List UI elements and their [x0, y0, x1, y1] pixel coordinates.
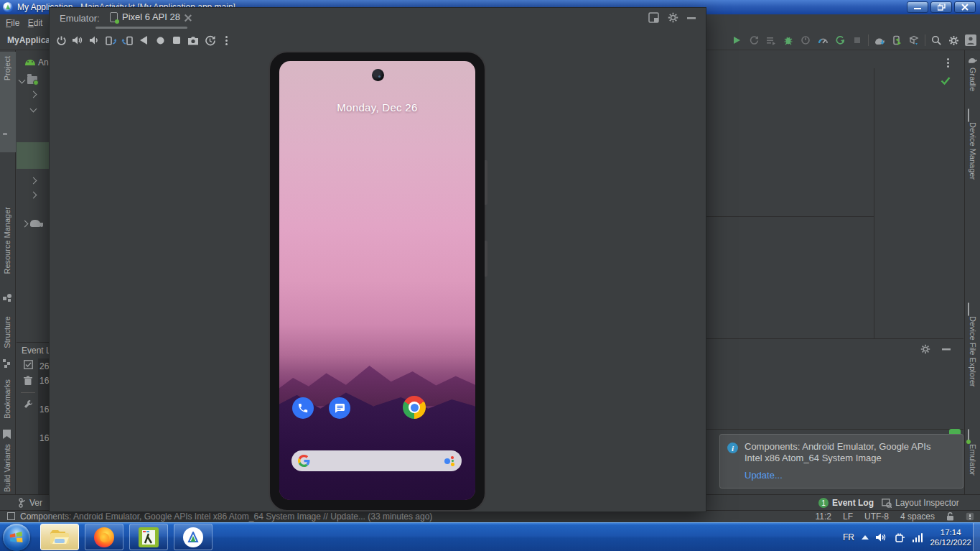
chrome-app-icon[interactable]	[403, 396, 426, 419]
show-hidden-icons[interactable]	[862, 535, 869, 540]
gradle-icon[interactable]	[968, 56, 978, 66]
camera-icon[interactable]	[187, 34, 199, 46]
minimize-button[interactable]	[907, 1, 928, 13]
taskbar-file-explorer[interactable]	[40, 524, 79, 550]
tree-row[interactable]	[31, 188, 36, 201]
tree-row-selected[interactable]	[17, 142, 49, 169]
emulator-stripe-icon[interactable]	[968, 430, 978, 440]
new-window-icon[interactable]	[648, 12, 659, 23]
show-desktop-button[interactable]	[973, 523, 980, 551]
hardware-icon[interactable]	[895, 532, 905, 543]
device-manager-stripe-icon[interactable]	[968, 109, 978, 119]
profile-icon[interactable]	[799, 34, 812, 47]
device-manager-icon[interactable]	[890, 34, 903, 47]
network-icon[interactable]	[913, 533, 923, 542]
clock[interactable]: 17:14 26/12/2022	[930, 527, 971, 547]
trash-icon[interactable]	[24, 376, 32, 386]
profile-avatar-icon[interactable]	[964, 34, 977, 47]
sidebar-item-resource-manager[interactable]: Resource Manager	[3, 207, 11, 274]
settings-icon[interactable]	[920, 344, 930, 354]
notifications-icon[interactable]	[966, 512, 974, 521]
run-icon[interactable]	[730, 34, 743, 47]
rotate-right-icon[interactable]	[121, 34, 133, 46]
tab-version-control[interactable]: Ver	[19, 495, 42, 511]
select-icon[interactable]	[24, 360, 33, 369]
close-button[interactable]	[954, 1, 976, 13]
overview-icon[interactable]	[171, 34, 182, 46]
tree-row[interactable]	[19, 73, 37, 86]
google-assistant-icon[interactable]	[444, 455, 455, 466]
tab-event-log[interactable]: 1 Event Log	[818, 495, 874, 511]
emulator-device-tab[interactable]: Pixel 6 API 28	[110, 11, 191, 22]
home-icon[interactable]	[154, 34, 166, 46]
tree-row[interactable]	[31, 102, 36, 115]
caret-position[interactable]: 11:2	[815, 511, 831, 522]
hide-icon[interactable]	[942, 348, 951, 351]
volume-down-icon[interactable]	[88, 34, 100, 46]
settings-icon[interactable]	[947, 34, 960, 47]
device-file-explorer-icon[interactable]	[968, 303, 978, 313]
structure-icon[interactable]	[3, 359, 13, 369]
volume-up-icon[interactable]	[72, 34, 83, 46]
indent-setting[interactable]: 4 spaces	[900, 511, 935, 522]
wrench-icon[interactable]	[24, 399, 33, 409]
minimize-icon[interactable]	[687, 17, 696, 19]
background-task-icon[interactable]	[7, 512, 15, 520]
file-encoding[interactable]: UTF-8	[864, 511, 889, 522]
project-scope-selector[interactable]: An	[25, 56, 49, 69]
sdk-manager-icon[interactable]	[907, 34, 920, 47]
taskbar-firefox[interactable]	[85, 524, 123, 550]
messages-app-icon[interactable]	[329, 397, 350, 419]
run-configurations-icon[interactable]	[765, 34, 778, 47]
google-search-bar[interactable]	[291, 450, 462, 471]
lock-icon[interactable]	[946, 512, 954, 521]
sidebar-item-structure[interactable]: Structure	[3, 316, 11, 348]
notification-balloon[interactable]: i Components: Android Emulator, Google A…	[719, 434, 963, 489]
line-separator[interactable]: LF	[843, 511, 853, 522]
apply-changes-icon[interactable]	[834, 34, 846, 47]
more-options-icon[interactable]	[947, 57, 949, 69]
sidebar-item-bookmarks[interactable]: Bookmarks	[3, 379, 11, 419]
panel-divider[interactable]	[874, 68, 874, 338]
power-icon[interactable]	[55, 34, 67, 46]
resource-manager-icon[interactable]	[3, 293, 13, 303]
taskbar-text-editor[interactable]	[129, 524, 168, 550]
rerun-icon[interactable]	[747, 34, 760, 47]
panel-divider[interactable]	[706, 216, 874, 217]
sidebar-item-project[interactable]: Project	[3, 56, 11, 80]
breadcrumb[interactable]: MyApplica	[7, 35, 49, 45]
sidebar-item-device-manager[interactable]: Device Manager	[969, 122, 977, 180]
tree-row[interactable]	[31, 88, 36, 101]
bookmarks-icon[interactable]	[3, 430, 13, 440]
back-icon[interactable]	[138, 34, 149, 46]
volume-icon[interactable]	[876, 532, 887, 542]
gradle-sync-icon[interactable]	[873, 34, 886, 47]
menu-file[interactable]: File	[6, 18, 19, 28]
project-folder-icon[interactable]	[3, 135, 13, 145]
settings-icon[interactable]	[668, 12, 678, 23]
search-icon[interactable]	[930, 34, 943, 47]
language-indicator[interactable]: FR	[843, 532, 854, 542]
stop-icon[interactable]	[851, 34, 864, 47]
rotate-left-icon[interactable]	[105, 34, 116, 46]
emulator-titlebar[interactable]: Emulator: Pixel 6 API 28	[50, 8, 706, 28]
sidebar-item-build-variants[interactable]: Build Variants	[3, 444, 11, 492]
profiler-icon[interactable]	[816, 34, 829, 47]
phone-screen[interactable]: Monday, Dec 26	[279, 61, 475, 500]
update-link[interactable]: Update...	[745, 470, 783, 481]
phone-app-icon[interactable]	[292, 397, 314, 419]
sidebar-item-gradle[interactable]: Gradle	[969, 68, 977, 91]
snapshots-icon[interactable]	[204, 34, 215, 46]
tree-row-gradle-scripts[interactable]	[22, 217, 41, 230]
more-icon[interactable]	[220, 34, 232, 46]
restore-button[interactable]	[930, 1, 952, 13]
tab-layout-inspector[interactable]: Layout Inspector	[882, 495, 959, 511]
close-tab-icon[interactable]	[185, 14, 191, 20]
sidebar-item-emulator[interactable]: Emulator	[969, 444, 977, 476]
start-button[interactable]	[3, 524, 30, 551]
tree-row[interactable]	[31, 174, 36, 187]
sidebar-item-device-file-explorer[interactable]: Device File Explorer	[969, 316, 977, 386]
menu-edit[interactable]: Edit	[28, 18, 43, 28]
debug-icon[interactable]	[782, 34, 795, 47]
taskbar-android-studio[interactable]	[174, 524, 213, 550]
